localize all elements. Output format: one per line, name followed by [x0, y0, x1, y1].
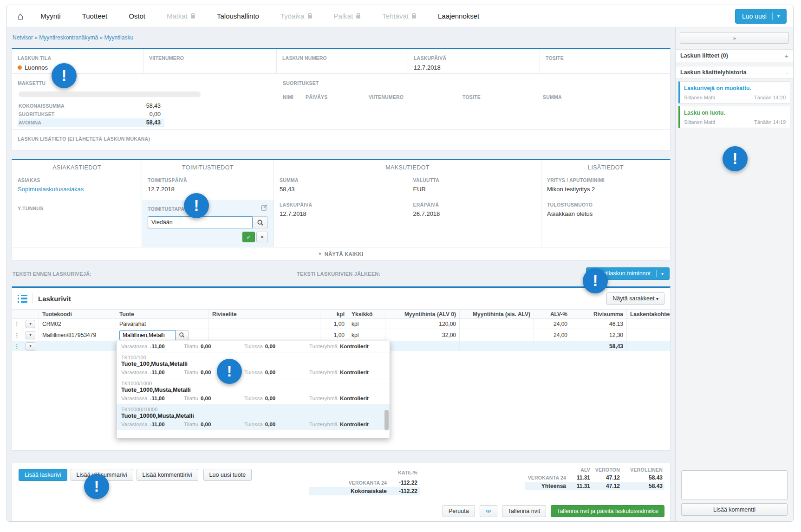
dropdown-item-partial[interactable]: Varastossa-11,00 Tilattu0,00 Tulossa0,00…: [117, 341, 390, 352]
button-divider: [772, 13, 773, 20]
payments-row: SUORITUKSET0,00: [18, 110, 164, 118]
lock-icon: [356, 13, 361, 19]
add-comment-row-button[interactable]: Lisää kommenttirivi: [137, 469, 198, 481]
nav-palkat[interactable]: Palkat: [334, 12, 361, 20]
right-sidebar: » Laskun liitteet (0) + Laskun käsittely…: [676, 27, 793, 521]
row-menu-button[interactable]: ▾: [26, 342, 35, 350]
nav-laajennokset[interactable]: Laajennokset: [438, 12, 479, 20]
drag-handle[interactable]: ⋮: [12, 319, 22, 329]
product-search-button[interactable]: [176, 330, 189, 340]
history-time: Tänään 14:20: [754, 95, 786, 100]
plus-icon[interactable]: +: [784, 52, 788, 60]
comment-input[interactable]: [681, 470, 788, 500]
history-header[interactable]: Laskun käsittelyhistoria -: [676, 66, 793, 79]
create-new-button[interactable]: Luo uusi▾: [735, 9, 787, 24]
show-all-toggle[interactable]: ▾ NÄYTÄ KAIKKI: [12, 247, 670, 260]
caret-down-icon: ▾: [656, 296, 658, 301]
save-rows-button[interactable]: Tallenna rivit: [502, 505, 546, 517]
history-user: Siltanen Matti: [684, 119, 715, 125]
dropdown-item[interactable]: TK100/100 Tuote_100,Musta,Metalli Varast…: [117, 352, 390, 378]
row-menu-button[interactable]: ▾: [26, 320, 35, 328]
nav-tuotteet[interactable]: Tuotteet: [82, 12, 107, 20]
vat-summary: ALVVEROTONVEROLLINEN VEROKANTA 2411.3147…: [525, 466, 664, 490]
payment-section: MAKSUTIEDOT SUMMA58,43 LASKUPÄIVÄ12.7.20…: [274, 160, 541, 247]
caret-down-icon: ▾: [777, 13, 780, 19]
delivery-method-input[interactable]: [148, 216, 253, 228]
add-comment-button[interactable]: Lisää kommentti: [681, 503, 788, 516]
annotation-marker: !: [52, 63, 77, 88]
invoice-status-panel: LASKUN TILA Luonnos VIITENUMERO LASKUN N…: [12, 48, 671, 150]
payments-section: SUORITUKSET NIMI PÄIVÄYS VIITENUMERO TOS…: [277, 74, 670, 129]
cancel-button[interactable]: Peruuta: [443, 505, 475, 517]
field-laskun-tila: LASKUN TILA Luonnos: [12, 49, 143, 73]
nav-matkat[interactable]: Matkat: [167, 12, 195, 20]
search-button[interactable]: [253, 216, 268, 228]
eye-icon: [486, 508, 491, 514]
search-icon: [257, 219, 264, 226]
total-sum-row: KOKONAISSUMMA58,43: [18, 102, 164, 110]
app-window: ⌂ Myynti Tuotteet Ostot Matkat Taloushal…: [7, 5, 794, 522]
attachments-header[interactable]: Laskun liitteet (0) +: [676, 49, 793, 62]
invoice-row-1: ⋮ ▾ CRM02 Päivärahat 1,00 kpl 120,00 24,…: [12, 318, 670, 329]
collapse-sidebar-button[interactable]: »: [680, 32, 789, 44]
customer-link[interactable]: Sopimuslaskutusasiakas: [18, 186, 84, 193]
paid-progress-bar: [19, 91, 201, 97]
home-icon[interactable]: ⌂: [17, 10, 23, 22]
annotation-marker: !: [583, 268, 608, 293]
field-viitenumero: VIITENUMERO: [143, 49, 277, 73]
create-product-button[interactable]: Luo uusi tuote: [203, 469, 252, 481]
rows-footer-panel: Lisää laskurivi Lisää välisummarivi Lisä…: [12, 463, 671, 521]
invoice-details-panel: ASIAKASTIEDOT ASIAKAS Sopimuslaskutusasi…: [12, 159, 671, 260]
confirm-button[interactable]: ✓: [242, 232, 255, 242]
show-columns-button[interactable]: Näytä sarakkeet ▾: [606, 292, 664, 305]
minus-icon[interactable]: -: [786, 69, 788, 77]
nav-ostot[interactable]: Ostot: [129, 12, 145, 20]
text-after-label[interactable]: TEKSTI LASKURIVIEN JÄLKEEN:: [297, 271, 380, 277]
open-amount-row: AVOINNA58,43: [18, 118, 164, 127]
lock-icon: [307, 13, 313, 19]
save-and-ready-button[interactable]: Tallenna rivit ja päivitä laskutusvalmii…: [551, 505, 664, 517]
annotation-marker: !: [84, 474, 109, 499]
add-row-button[interactable]: Lisää laskurivi: [19, 469, 67, 481]
lock-icon: [190, 13, 195, 19]
breadcrumb[interactable]: Netvisor » Myyntireskontranäkymä » Myynt…: [7, 27, 675, 48]
top-nav: ⌂ Myynti Tuotteet Ostot Matkat Taloushal…: [7, 5, 793, 27]
drag-handle[interactable]: ⋮: [12, 341, 22, 351]
preview-button[interactable]: [480, 505, 497, 517]
caret-down-icon: ▾: [661, 271, 664, 276]
nav-tehtavat[interactable]: Tehtävät: [382, 12, 417, 20]
rows-header: Tuotekoodi Tuote Riviselite kpl Yksikkö …: [12, 309, 670, 318]
annotation-marker: !: [723, 146, 748, 171]
invoice-note-section[interactable]: LASKUN LISÄTIETO (EI LÄHETETÄ LASKUN MUK…: [12, 129, 670, 150]
check-icon: ✓: [246, 234, 251, 240]
invoice-row-2: ⋮ ▾ Mallillinen/817953479 1,00 kpl 32: [12, 329, 670, 341]
rows-title: Laskurivit: [38, 295, 71, 303]
field-laskupaiva: LASKUPÄIVÄ 12.7.2018: [408, 49, 540, 73]
status-value: Luonnos: [18, 64, 137, 71]
row-menu-button[interactable]: ▾: [26, 331, 35, 339]
list-icon[interactable]: [18, 295, 27, 303]
edit-icon[interactable]: [261, 204, 268, 213]
dropdown-item-highlighted[interactable]: TK10000/10000 Tuote_10000,Musta,Metalli …: [117, 404, 390, 430]
drag-handle[interactable]: ⋮: [12, 329, 22, 341]
invoice-rows-panel: Laskurivit Näytä sarakkeet ▾ Tuotekoodi …: [12, 286, 671, 451]
cancel-edit-button[interactable]: ×: [256, 232, 268, 242]
dropdown-scrollbar[interactable]: [384, 410, 389, 430]
paid-section: MAKSETTU KOKONAISSUMMA58,43 SUORITUKSET0…: [12, 74, 277, 129]
nav-taloushallinto[interactable]: Taloushallinto: [217, 12, 259, 20]
history-entry: Lasku on luotu. Siltanen MattiTänään 14:…: [678, 106, 790, 128]
field-laskun-numero: LASKUN NUMERO: [277, 49, 408, 73]
status-dot-icon: [18, 65, 22, 70]
product-search-input[interactable]: [119, 330, 176, 340]
annotation-marker: !: [217, 359, 242, 384]
dropdown-item[interactable]: TK1000/1000 Tuote_1000,Musta,Metalli Var…: [117, 378, 390, 404]
nav-tyoaika[interactable]: Työaika: [280, 12, 313, 20]
nav-myynti[interactable]: Myynti: [40, 12, 60, 20]
caret-down-icon: ▾: [319, 251, 321, 256]
history-user: Siltanen Matti: [684, 95, 715, 100]
extra-info-section: LISÄTIEDOT YRITYS / APUTOIMINIMIMikon te…: [541, 160, 670, 247]
text-before-label[interactable]: TEKSTI ENNEN LASKURIVEJÄ:: [13, 271, 91, 277]
close-icon: ×: [260, 234, 264, 240]
customer-section: ASIAKASTIEDOT ASIAKAS Sopimuslaskutusasi…: [12, 160, 142, 247]
margin-summary: KATE-% VEROKANTA 24-112.22 Kokonaiskate-…: [309, 466, 420, 495]
